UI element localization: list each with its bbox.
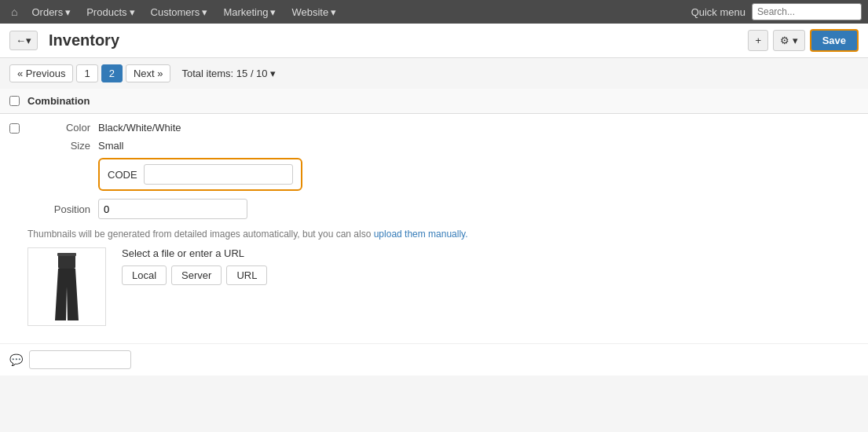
comment-icon: 💬 <box>9 353 23 366</box>
combination-row: Color Black/White/White Size Small CODE <box>0 114 868 344</box>
color-value: Black/White/White <box>98 122 181 134</box>
nav-products[interactable]: Products ▾ <box>80 3 141 21</box>
back-button[interactable]: ← ▾ <box>9 31 38 50</box>
code-label: CODE <box>108 169 137 181</box>
upload-buttons: Local Server URL <box>122 265 267 285</box>
table-header: Combination <box>0 89 868 114</box>
home-button[interactable]: ⌂ <box>6 4 22 20</box>
local-upload-button[interactable]: Local <box>122 265 167 285</box>
nav-orders[interactable]: Orders ▾ <box>25 3 77 21</box>
page-title: Inventory <box>49 31 119 49</box>
products-dropdown-icon: ▾ <box>130 6 135 18</box>
nav-website[interactable]: Website ▾ <box>285 3 342 21</box>
page-2-button[interactable]: 2 <box>101 64 123 82</box>
page-1-button[interactable]: 1 <box>76 64 97 82</box>
settings-button[interactable]: ⚙ ▾ <box>773 30 805 51</box>
server-upload-button[interactable]: Server <box>171 265 222 285</box>
note-row: 💬 <box>0 344 868 375</box>
position-label: Position <box>27 203 90 215</box>
size-attribute-row: Size Small <box>27 140 859 152</box>
thumbnails-notice: Thumbnails will be generated from detail… <box>27 229 859 240</box>
orders-dropdown-icon: ▾ <box>65 6 71 18</box>
marketing-dropdown-icon: ▾ <box>270 6 276 18</box>
color-attribute-row: Color Black/White/White <box>27 122 859 134</box>
total-items-label: Total items: 15 / 10 ▾ <box>181 68 276 79</box>
search-input[interactable] <box>752 3 862 20</box>
combination-header-label: Combination <box>27 95 90 107</box>
top-navigation: ⌂ Orders ▾ Products ▾ Customers ▾ Market… <box>0 0 868 24</box>
position-input[interactable] <box>98 199 247 219</box>
code-highlight-box: CODE <box>98 158 302 191</box>
position-row: Position <box>27 199 859 219</box>
upload-section: Select a file or enter a URL Local Serve… <box>122 247 267 285</box>
color-label: Color <box>27 122 90 134</box>
select-all-checkbox[interactable] <box>9 96 20 106</box>
upload-label: Select a file or enter a URL <box>122 247 267 259</box>
dropdown-arrow-icon: ▾ <box>26 35 31 46</box>
main-content: Combination Color Black/White/White Size… <box>0 89 868 375</box>
nav-marketing[interactable]: Marketing ▾ <box>217 3 282 21</box>
settings-dropdown-icon: ▾ <box>793 35 798 46</box>
product-image <box>47 251 86 322</box>
prev-page-button[interactable]: « Previous <box>9 64 73 82</box>
code-field-wrapper: CODE <box>27 158 859 191</box>
size-label: Size <box>27 140 90 152</box>
svg-rect-1 <box>57 253 76 256</box>
row-checkbox[interactable] <box>9 123 20 134</box>
quick-menu-button[interactable]: Quick menu <box>691 6 745 18</box>
toolbar: ← ▾ Inventory + ⚙ ▾ Save <box>0 24 868 58</box>
code-input[interactable] <box>144 164 293 185</box>
thumbnails-section: Thumbnails will be generated from detail… <box>27 229 859 335</box>
add-button[interactable]: + <box>748 30 768 51</box>
pagination-dropdown-icon: ▾ <box>270 68 276 79</box>
save-button[interactable]: Save <box>810 29 859 52</box>
gear-icon: ⚙ <box>780 35 789 46</box>
pagination-bar: « Previous 1 2 Next » Total items: 15 / … <box>0 58 868 89</box>
back-arrow-icon: ← <box>16 35 26 46</box>
upload-manually-link[interactable]: upload them manually. <box>374 229 468 240</box>
next-page-button[interactable]: Next » <box>126 64 171 82</box>
product-image-box <box>27 247 106 326</box>
customers-dropdown-icon: ▾ <box>202 6 207 18</box>
note-input[interactable] <box>29 350 131 369</box>
size-value: Small <box>98 140 124 152</box>
nav-customers[interactable]: Customers ▾ <box>145 3 214 21</box>
url-upload-button[interactable]: URL <box>226 265 267 285</box>
website-dropdown-icon: ▾ <box>331 6 336 18</box>
